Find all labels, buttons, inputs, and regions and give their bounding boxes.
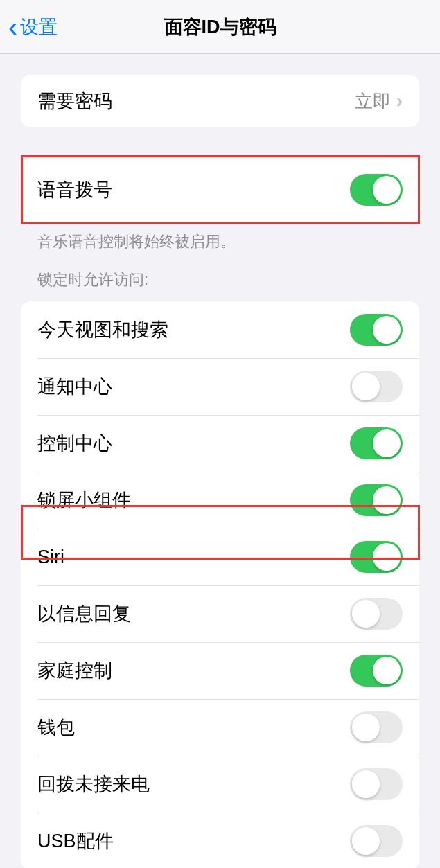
- passcode-group: 需要密码 立即 ›: [21, 75, 419, 127]
- voice-dial-label: 语音拨号: [37, 177, 350, 202]
- lock-access-toggle[interactable]: [350, 314, 403, 346]
- lock-access-row: 锁屏小组件: [21, 472, 419, 529]
- lock-access-item-label: 锁屏小组件: [37, 488, 350, 513]
- chevron-left-icon: ‹: [8, 13, 17, 41]
- lock-access-row: 通知中心: [21, 358, 419, 415]
- lock-access-row: Siri: [21, 529, 419, 585]
- require-passcode-label: 需要密码: [37, 89, 355, 114]
- lock-access-toggle[interactable]: [350, 768, 403, 800]
- lock-access-item-label: 通知中心: [37, 374, 350, 399]
- lock-access-group: 今天视图和搜索通知中心控制中心锁屏小组件Siri以信息回复家庭控制钱包回拨未接来…: [21, 301, 419, 868]
- lock-access-row: 家庭控制: [21, 642, 419, 699]
- lock-access-toggle[interactable]: [350, 655, 403, 687]
- lock-access-row: 钱包: [21, 699, 419, 756]
- page-title: 面容ID与密码: [164, 15, 276, 39]
- lock-access-item-label: 家庭控制: [37, 658, 350, 683]
- lock-access-row: 今天视图和搜索: [21, 301, 419, 358]
- lock-access-toggle[interactable]: [350, 598, 403, 630]
- chevron-right-icon: ›: [396, 90, 403, 112]
- lock-access-item-label: 今天视图和搜索: [37, 317, 350, 342]
- nav-bar: ‹ 设置 面容ID与密码: [0, 0, 440, 54]
- lock-access-item-label: 钱包: [37, 715, 350, 740]
- voice-dial-group: 语音拨号: [21, 155, 419, 224]
- voice-dial-footer: 音乐语音控制将始终被启用。: [21, 224, 419, 252]
- lock-access-item-label: 回拨未接来电: [37, 772, 350, 797]
- lock-access-toggle[interactable]: [350, 541, 403, 573]
- require-passcode-value: 立即: [355, 89, 391, 114]
- lock-access-item-label: USB配件: [37, 829, 350, 853]
- voice-dial-row: 语音拨号: [21, 155, 419, 224]
- require-passcode-row[interactable]: 需要密码 立即 ›: [21, 75, 419, 127]
- lock-access-row: 控制中心: [21, 415, 419, 472]
- lock-access-toggle[interactable]: [350, 484, 403, 516]
- lock-access-toggle[interactable]: [350, 371, 403, 402]
- lock-access-toggle[interactable]: [350, 711, 403, 743]
- back-label: 设置: [20, 15, 58, 39]
- lock-access-row: 回拨未接来电: [21, 756, 419, 813]
- lock-access-toggle[interactable]: [350, 825, 403, 857]
- lock-access-toggle[interactable]: [350, 427, 403, 459]
- lock-access-row: USB配件: [21, 813, 419, 868]
- lock-access-item-label: 控制中心: [37, 431, 350, 456]
- lock-access-item-label: Siri: [37, 547, 350, 568]
- voice-dial-toggle[interactable]: [350, 174, 403, 206]
- lock-access-row: 以信息回复: [21, 585, 419, 642]
- lock-access-header: 锁定时允许访问:: [21, 252, 419, 296]
- back-button[interactable]: ‹ 设置: [0, 13, 58, 41]
- lock-access-item-label: 以信息回复: [37, 601, 350, 626]
